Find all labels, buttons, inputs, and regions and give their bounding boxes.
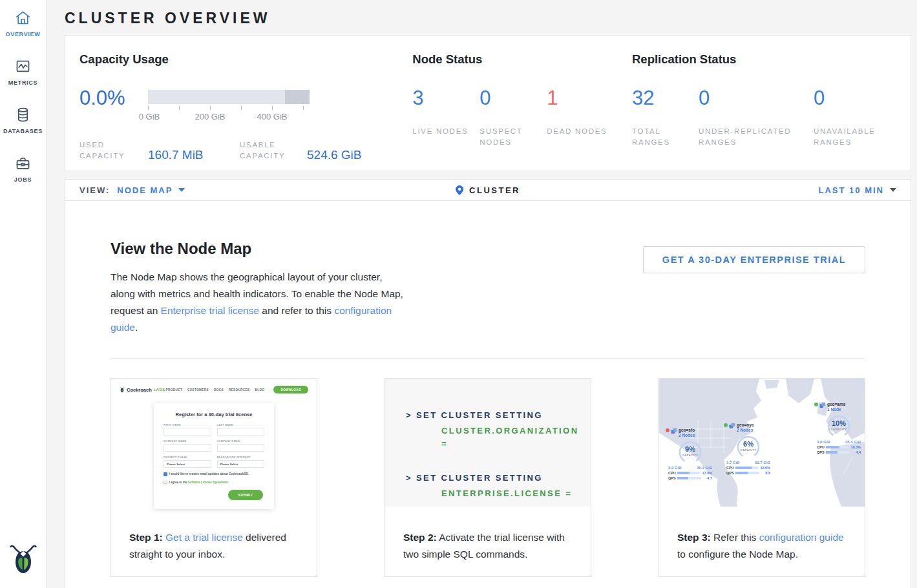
mini-nav-item: CUSTOMERS xyxy=(187,388,209,392)
suspect-nodes-value: 0 xyxy=(480,87,540,109)
chevron-down-icon xyxy=(178,188,185,192)
sidebar: OVERVIEW METRICS DATABASES JOBS xyxy=(0,0,47,588)
view-bar: VIEW: NODE MAP CLUSTER LAST 10 MIN xyxy=(65,179,911,201)
map-pin-icon xyxy=(456,185,463,195)
mini-nav: PRODUCT CUSTOMERS DOCS RESOURCES BLOG DO… xyxy=(166,386,308,394)
nodes-cube-icon xyxy=(819,402,826,408)
nodes-cube-icon xyxy=(729,423,735,429)
home-icon xyxy=(14,9,32,26)
axis-tick: 0 GiB xyxy=(139,112,160,121)
sidebar-item-databases[interactable]: DATABASES xyxy=(3,106,43,134)
sidebar-item-overview[interactable]: OVERVIEW xyxy=(6,9,41,37)
total-ranges-value: 32 xyxy=(632,87,692,109)
trial-registration-screenshot: Cockroach LABS PRODUCT CUSTOMERS DOCS RE… xyxy=(111,379,317,527)
step3-card: geo=sfo 2 Nodes 9% CAPACITY 3.2 GiB 35.1… xyxy=(659,378,865,577)
suspect-nodes-stat: 0 SUSPECT NODES xyxy=(480,87,547,148)
status-live-icon xyxy=(724,423,728,427)
locality-badge-ams: geo=ams 1 Node 10% CAPACITY 3.6 GiB 36.4… xyxy=(814,402,863,454)
locality-badge-sfo: geo=sfo 2 Nodes 9% CAPACITY 3.2 GiB 35.1… xyxy=(666,428,715,480)
mini-select: Please Select xyxy=(217,460,265,468)
sidebar-item-label: OVERVIEW xyxy=(6,31,41,37)
step3-caption: Step 3: Refer this configuration guide t… xyxy=(677,529,849,563)
node-map-description: The Node Map shows the geographical layo… xyxy=(111,269,409,336)
sql-setting-line: ENTERPRISE.LICENSE = xyxy=(441,487,584,500)
enterprise-trial-button[interactable]: GET A 30-DAY ENTERPRISE TRIAL xyxy=(643,246,865,273)
capacity-usage-section: Capacity Usage 0.0% 0 GiB 200 GiB 400 Gi… xyxy=(65,52,412,151)
cluster-summary-card: Capacity Usage 0.0% 0 GiB 200 GiB 400 Gi… xyxy=(65,35,911,171)
main-content: CLUSTER OVERVIEW Capacity Usage 0.0% 0 G… xyxy=(47,0,917,588)
axis-tick: 200 GiB xyxy=(195,112,226,121)
enterprise-trial-license-link[interactable]: Enterprise trial license xyxy=(161,305,259,316)
nodes-cube-icon xyxy=(671,428,677,434)
sidebar-item-label: DATABASES xyxy=(3,128,43,134)
time-range-dropdown[interactable]: LAST 10 MIN xyxy=(819,185,911,195)
mini-nav-item: PRODUCT xyxy=(166,388,183,392)
used-capacity-value: 160.7 MiB xyxy=(148,149,240,162)
dead-nodes-value: 1 xyxy=(547,87,607,109)
mini-select: Please Select xyxy=(163,460,211,468)
dead-nodes-stat: 1 DEAD NODES xyxy=(547,87,614,148)
mini-download-button: DOWNLOAD xyxy=(273,386,308,394)
node-status-section: Node Status 3 LIVE NODES 0 SUSPECT NODES… xyxy=(412,52,632,151)
mini-input xyxy=(163,444,211,452)
live-nodes-stat: 3 LIVE NODES xyxy=(412,87,480,148)
jobs-icon xyxy=(14,154,32,172)
step1-caption: Step 1: Get a trial license delivered st… xyxy=(129,529,301,563)
locality-breadcrumb: CLUSTER xyxy=(456,185,520,195)
under-replicated-ranges-value: 0 xyxy=(699,87,807,109)
live-nodes-label: LIVE NODES xyxy=(412,126,473,137)
unavailable-ranges-stat: 0 UNAVAILABLE RANGES xyxy=(814,87,911,148)
capacity-bar-reserved-segment xyxy=(285,90,310,104)
view-label: VIEW: xyxy=(79,185,110,195)
view-selector-dropdown[interactable]: VIEW: NODE MAP xyxy=(65,185,185,195)
mini-nav-item: RESOURCES xyxy=(229,388,250,392)
suspect-nodes-label: SUSPECT NODES xyxy=(480,126,540,148)
capacity-gauge: 10% CAPACITY xyxy=(826,414,852,439)
node-map-heading: View the Node Map xyxy=(111,240,409,258)
mini-nav-item: DOCS xyxy=(214,388,224,392)
node-map-preview: geo=sfo 2 Nodes 9% CAPACITY 3.2 GiB 35.1… xyxy=(659,379,865,507)
status-dead-icon xyxy=(666,428,669,432)
dead-nodes-label: DEAD NODES xyxy=(547,126,607,137)
total-ranges-stat: 32 TOTAL RANGES xyxy=(632,87,699,148)
mini-checkbox xyxy=(163,481,167,485)
get-trial-license-link[interactable]: Get a trial license xyxy=(165,532,243,543)
live-nodes-value: 3 xyxy=(412,87,473,109)
mini-checkbox-checked xyxy=(163,472,167,476)
description-text: . xyxy=(135,322,138,333)
mini-registration-form: Register for a 30-day trial license FIRS… xyxy=(154,403,274,509)
sql-setting-line: CLUSTER.ORGANIZATION = xyxy=(441,425,584,450)
divider xyxy=(111,358,865,359)
time-range-value: LAST 10 MIN xyxy=(819,185,884,195)
step2-card: > SET CLUSTER SETTING CLUSTER.ORGANIZATI… xyxy=(385,378,591,577)
step1-card: Cockroach LABS PRODUCT CUSTOMERS DOCS RE… xyxy=(111,378,317,577)
node-status-title: Node Status xyxy=(412,52,632,67)
locality-badge-nyc: geo=nyc 2 Nodes 6% CAPACITY 3.7 GiB 63.7… xyxy=(724,423,773,475)
sql-prompt-line: > SET CLUSTER SETTING xyxy=(406,409,584,422)
mini-cockroach-logo: Cockroach LABS xyxy=(120,386,165,393)
node-map-panel: View the Node Map The Node Map shows the… xyxy=(65,201,911,588)
capacity-usage-title: Capacity Usage xyxy=(79,52,412,67)
view-value: NODE MAP xyxy=(117,185,173,195)
unavailable-ranges-value: 0 xyxy=(814,87,904,109)
capacity-bar: 0 GiB 200 GiB 400 GiB xyxy=(148,87,310,122)
configuration-guide-link[interactable]: configuration guide xyxy=(759,532,844,543)
total-ranges-label: TOTAL RANGES xyxy=(632,126,692,148)
cockroachdb-logo xyxy=(10,543,37,578)
unavailable-ranges-label: UNAVAILABLE RANGES xyxy=(814,126,904,148)
replication-status-section: Replication Status 32 TOTAL RANGES 0 UND… xyxy=(632,52,911,151)
sidebar-item-metrics[interactable]: METRICS xyxy=(8,58,37,86)
mini-input xyxy=(163,428,211,436)
sidebar-item-jobs[interactable]: JOBS xyxy=(14,154,32,183)
sql-prompt-line: > SET CLUSTER SETTING xyxy=(406,472,584,485)
chevron-down-icon xyxy=(890,188,896,192)
metrics-icon xyxy=(14,58,32,75)
mini-form-title: Register for a 30-day trial license xyxy=(163,412,264,417)
databases-icon xyxy=(14,106,32,123)
mini-input xyxy=(217,444,265,452)
axis-tick: 400 GiB xyxy=(257,112,288,121)
used-capacity-label: USED CAPACITY xyxy=(79,140,148,162)
sidebar-item-label: JOBS xyxy=(14,176,32,183)
replication-status-title: Replication Status xyxy=(632,52,911,67)
status-live-icon xyxy=(814,403,818,406)
